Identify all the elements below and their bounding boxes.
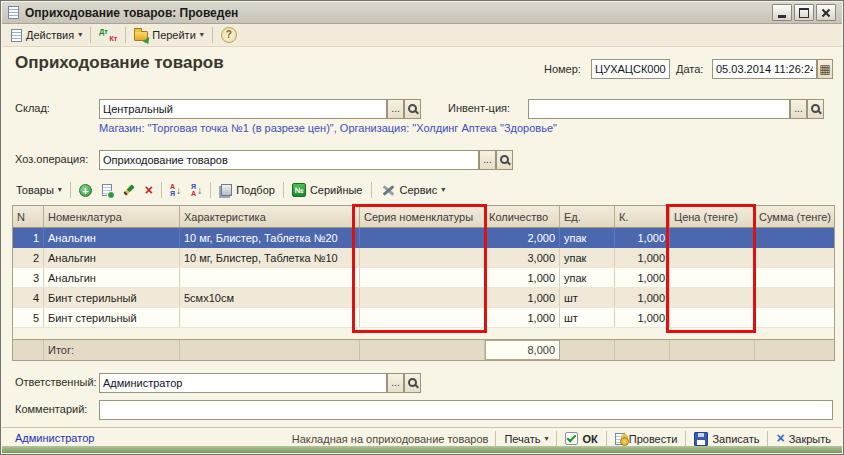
cell-unit[interactable]: шт [560,308,615,327]
sort-asc-button[interactable]: АЯ ↓ [165,181,186,199]
close-form-button[interactable]: × Закрыть [771,432,836,445]
cell-serial[interactable] [360,248,485,267]
cell-serial[interactable] [360,288,485,307]
cell-price[interactable] [670,248,755,267]
operation-select-button[interactable]: ... [479,150,496,170]
number-input[interactable] [591,59,670,79]
close-button[interactable] [816,4,836,21]
ok-button[interactable]: ОК [560,432,602,445]
column-header-unit[interactable]: Ед. [560,206,615,227]
minimize-button[interactable] [772,4,792,21]
cell-characteristic[interactable] [180,268,360,287]
copy-row-button[interactable] [97,182,117,198]
cell-name[interactable]: Бинт стерильный [44,308,180,327]
table-row[interactable]: 5Бинт стерильный1,000шт1,000 [13,308,834,328]
print-form-link[interactable]: Накладная на оприходование товаров [288,433,493,445]
debit-credit-button[interactable]: Дт Кт [94,25,122,45]
cell-k[interactable]: 1,000 [615,308,670,327]
warehouse-open-button[interactable] [404,99,421,119]
cell-k[interactable]: 1,000 [615,268,670,287]
operation-open-button[interactable] [496,150,513,170]
date-input[interactable] [712,59,817,79]
cell-sum[interactable] [755,288,834,307]
warehouse-select-button[interactable]: ... [387,99,404,119]
cell-unit[interactable]: шт [560,288,615,307]
cell-n[interactable]: 3 [13,268,44,287]
cell-characteristic[interactable] [180,308,360,327]
cell-k[interactable]: 1,000 [615,228,670,247]
cell-n[interactable]: 5 [13,308,44,327]
cell-name[interactable]: Анальгин [44,268,180,287]
sort-desc-button[interactable]: ЯА ↓ [186,181,207,199]
calendar-button[interactable]: ▦ [817,59,833,79]
cell-qty[interactable]: 1,000 [485,288,560,307]
inventory-input[interactable] [528,99,790,119]
cell-name[interactable]: Анальгин [44,228,180,247]
edit-row-button[interactable] [117,182,140,199]
column-header-characteristic[interactable]: Характеристика [180,206,360,227]
column-header-quantity[interactable]: Количество [485,206,560,227]
table-row[interactable]: 1Анальгин10 мг, Блистер, Таблетка №202,0… [13,228,834,248]
cell-serial[interactable] [360,228,485,247]
table-row[interactable]: 4Бинт стерильный5смх10см1,000шт1,000 [13,288,834,308]
warehouse-input[interactable] [99,99,387,119]
cell-sum[interactable] [755,248,834,267]
add-row-button[interactable]: + [74,182,97,199]
cell-price[interactable] [670,288,755,307]
cell-n[interactable]: 4 [13,288,44,307]
column-header-sum[interactable]: Сумма (тенге) [755,206,834,227]
table-row[interactable]: 3Анальгин1,000упак1,000 [13,268,834,288]
cell-unit[interactable]: упак [560,248,615,267]
cell-qty[interactable]: 3,000 [485,248,560,267]
responsible-open-button[interactable] [404,373,421,393]
inventory-open-button[interactable] [807,99,824,119]
cell-sum[interactable] [755,228,834,247]
column-header-coefficient[interactable]: К. [615,206,670,227]
serial-button[interactable]: № Серийные [287,181,368,199]
post-button[interactable]: Провести [610,433,683,445]
print-button[interactable]: Печать ▾ [499,433,553,445]
folder-icon [134,31,148,41]
cell-k[interactable]: 1,000 [615,288,670,307]
inventory-select-button[interactable]: ... [790,99,807,119]
cell-price[interactable] [670,228,755,247]
goto-menu-button[interactable]: Перейти ▾ [129,27,209,43]
items-menu-button[interactable]: Товары ▾ [11,182,67,198]
cell-price[interactable] [670,308,755,327]
cell-k[interactable]: 1,000 [615,248,670,267]
service-menu-button[interactable]: Сервис ▾ [375,181,451,199]
cell-serial[interactable] [360,308,485,327]
cell-qty[interactable]: 2,000 [485,228,560,247]
cell-qty[interactable]: 1,000 [485,268,560,287]
pick-button[interactable]: Подбор [214,182,280,198]
column-header-price[interactable]: Цена (тенге) [670,206,755,227]
cell-price[interactable] [670,268,755,287]
cell-sum[interactable] [755,268,834,287]
cell-characteristic[interactable]: 5смх10см [180,288,360,307]
operation-input[interactable] [99,150,479,170]
cell-unit[interactable]: упак [560,228,615,247]
responsible-input[interactable] [99,373,387,393]
maximize-button[interactable] [794,4,814,21]
column-header-n[interactable]: N [13,206,44,227]
cell-qty[interactable]: 1,000 [485,308,560,327]
table-row[interactable]: 2Анальгин10 мг, Блистер, Таблетка №103,0… [13,248,834,268]
column-header-serial[interactable]: Серия номенклатуры [360,206,485,227]
responsible-select-button[interactable]: ... [387,373,404,393]
delete-row-button[interactable]: × [140,182,158,199]
cell-n[interactable]: 1 [13,228,44,247]
help-button[interactable]: ? [216,25,242,45]
cell-serial[interactable] [360,268,485,287]
comment-input[interactable] [99,400,833,420]
actions-menu-button[interactable]: Действия ▾ [6,27,87,44]
cell-name[interactable]: Анальгин [44,248,180,267]
cell-characteristic[interactable]: 10 мг, Блистер, Таблетка №10 [180,248,360,267]
cell-unit[interactable]: упак [560,268,615,287]
cell-n[interactable]: 2 [13,248,44,267]
current-user-link[interactable]: Администратор [15,432,94,444]
save-button[interactable]: Записать [689,432,764,446]
cell-name[interactable]: Бинт стерильный [44,288,180,307]
cell-characteristic[interactable]: 10 мг, Блистер, Таблетка №20 [180,228,360,247]
column-header-nomenclature[interactable]: Номенклатура [44,206,180,227]
cell-sum[interactable] [755,308,834,327]
